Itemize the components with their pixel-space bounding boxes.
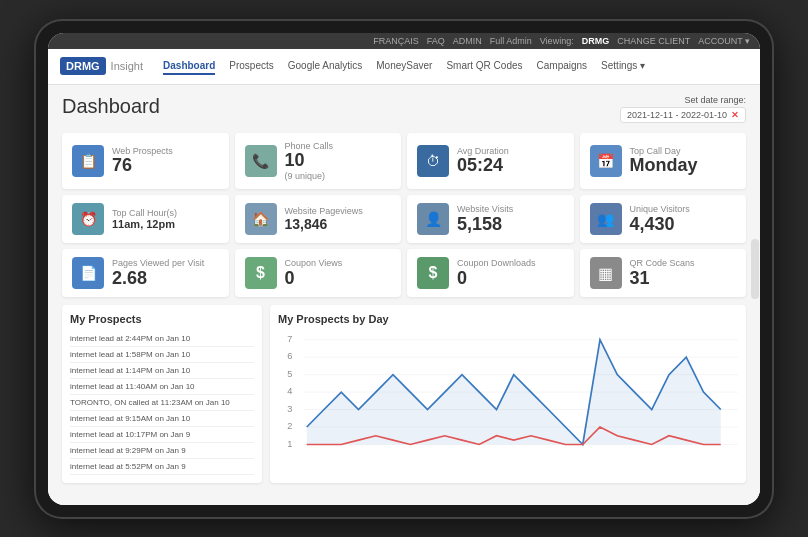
web-prospects-icon: 📋 <box>72 145 104 177</box>
stat-top-call-day: 📅 Top Call Day Monday <box>580 133 747 190</box>
website-visits-icon: 👤 <box>417 203 449 235</box>
avg-duration-value: 05:24 <box>457 156 509 176</box>
stat-pageviews: 🏠 Website Pageviews 13,846 <box>235 195 402 243</box>
nav-campaigns[interactable]: Campaigns <box>537 58 588 75</box>
date-range-value[interactable]: 2021-12-11 - 2022-01-10 ✕ <box>620 107 746 123</box>
chart-svg: 7 6 5 4 3 2 1 <box>278 331 738 451</box>
coupon-views-content: Coupon Views 0 <box>285 258 343 289</box>
stat-avg-duration: ⏱ Avg Duration 05:24 <box>407 133 574 190</box>
logo-box: DRMG <box>60 57 106 75</box>
top-call-hours-content: Top Call Hour(s) 11am, 12pm <box>112 208 177 231</box>
website-visits-content: Website Visits 5,158 <box>457 204 513 235</box>
stat-coupon-views: $ Coupon Views 0 <box>235 249 402 297</box>
prospect-item: internet lead at 9:15AM on Jan 10 <box>70 411 254 427</box>
stat-pages-per-visit: 📄 Pages Viewed per Visit 2.68 <box>62 249 229 297</box>
scroll-indicator[interactable] <box>751 239 759 299</box>
main-content: Dashboard Set date range: 2021-12-11 - 2… <box>48 85 760 505</box>
date-range-text: 2021-12-11 - 2022-01-10 <box>627 110 727 120</box>
pageviews-icon: 🏠 <box>245 203 277 235</box>
top-call-day-content: Top Call Day Monday <box>630 146 698 177</box>
prospect-item: internet lead at 10:17PM on Jan 9 <box>70 427 254 443</box>
prospect-item: internet lead at 1:14PM on Jan 10 <box>70 363 254 379</box>
prospect-item: internet lead at 9:29PM on Jan 9 <box>70 443 254 459</box>
website-visits-label: Website Visits <box>457 204 513 215</box>
full-admin-link[interactable]: Full Admin <box>490 36 532 46</box>
nav-prospects[interactable]: Prospects <box>229 58 273 75</box>
page-title: Dashboard <box>62 95 160 118</box>
viewing-label: Viewing: <box>540 36 574 46</box>
prospect-item: TORONTO, ON called at 11:23AM on Jan 10 <box>70 395 254 411</box>
pages-per-visit-value: 2.68 <box>112 269 204 289</box>
pages-per-visit-label: Pages Viewed per Visit <box>112 258 204 269</box>
pageviews-content: Website Pageviews 13,846 <box>285 206 363 232</box>
unique-visitors-value: 4,430 <box>630 215 690 235</box>
avg-duration-content: Avg Duration 05:24 <box>457 146 509 177</box>
qr-scans-value: 31 <box>630 269 695 289</box>
unique-visitors-content: Unique Visitors 4,430 <box>630 204 690 235</box>
logo-text: Insight <box>111 60 143 72</box>
date-range-section: Set date range: 2021-12-11 - 2022-01-10 … <box>620 95 746 123</box>
svg-text:2: 2 <box>287 421 292 431</box>
nav-moneysaver[interactable]: MoneySaver <box>376 58 432 75</box>
stat-web-prospects: 📋 Web Prospects 76 <box>62 133 229 190</box>
top-call-hours-label: Top Call Hour(s) <box>112 208 177 219</box>
prospect-item: internet lead at 1:58PM on Jan 10 <box>70 347 254 363</box>
nav-dashboard[interactable]: Dashboard <box>163 58 215 75</box>
svg-text:3: 3 <box>287 404 292 414</box>
website-visits-value: 5,158 <box>457 215 513 235</box>
prospects-panel: My Prospects internet lead at 2:44PM on … <box>62 305 262 483</box>
tablet-screen: FRANÇAIS FAQ ADMIN Full Admin Viewing: D… <box>48 33 760 505</box>
stat-qr-scans: ▦ QR Code Scans 31 <box>580 249 747 297</box>
nav-smart-qr[interactable]: Smart QR Codes <box>446 58 522 75</box>
pageviews-value: 13,846 <box>285 217 363 232</box>
date-range-clear[interactable]: ✕ <box>731 110 739 120</box>
chart-area: 7 6 5 4 3 2 1 <box>278 331 738 451</box>
tablet-device: FRANÇAIS FAQ ADMIN Full Admin Viewing: D… <box>34 19 774 519</box>
web-prospects-value: 76 <box>112 156 173 176</box>
bottom-section: My Prospects internet lead at 2:44PM on … <box>62 305 746 483</box>
pages-per-visit-icon: 📄 <box>72 257 104 289</box>
utility-bar: FRANÇAIS FAQ ADMIN Full Admin Viewing: D… <box>48 33 760 49</box>
stat-top-call-hours: ⏰ Top Call Hour(s) 11am, 12pm <box>62 195 229 243</box>
faq-link[interactable]: FAQ <box>427 36 445 46</box>
stats-grid: 📋 Web Prospects 76 📞 Phone Calls 10 (9 u… <box>62 133 746 298</box>
nav-settings[interactable]: Settings ▾ <box>601 58 645 75</box>
unique-visitors-icon: 👥 <box>590 203 622 235</box>
avg-duration-icon: ⏱ <box>417 145 449 177</box>
svg-text:6: 6 <box>287 352 292 362</box>
chart-title: My Prospects by Day <box>278 313 738 325</box>
dashboard-header: Dashboard Set date range: 2021-12-11 - 2… <box>62 95 746 123</box>
admin-link[interactable]: ADMIN <box>453 36 482 46</box>
nav-google-analytics[interactable]: Google Analytics <box>288 58 363 75</box>
stat-coupon-downloads: $ Coupon Downloads 0 <box>407 249 574 297</box>
phone-calls-icon: 📞 <box>245 145 277 177</box>
qr-scans-icon: ▦ <box>590 257 622 289</box>
date-range-label: Set date range: <box>620 95 746 105</box>
coupon-views-value: 0 <box>285 269 343 289</box>
logo-area: DRMG Insight <box>60 57 143 75</box>
stat-phone-calls: 📞 Phone Calls 10 (9 unique) <box>235 133 402 190</box>
phone-calls-sub: (9 unique) <box>285 171 334 181</box>
coupon-downloads-label: Coupon Downloads <box>457 258 536 269</box>
viewing-value: DRMG <box>582 36 610 46</box>
prospect-item: internet lead at 11:40AM on Jan 10 <box>70 379 254 395</box>
pages-per-visit-content: Pages Viewed per Visit 2.68 <box>112 258 204 289</box>
prospect-item: internet lead at 2:44PM on Jan 10 <box>70 331 254 347</box>
qr-scans-content: QR Code Scans 31 <box>630 258 695 289</box>
svg-text:4: 4 <box>287 387 292 397</box>
web-prospects-content: Web Prospects 76 <box>112 146 173 177</box>
account-link[interactable]: ACCOUNT ▾ <box>698 36 750 46</box>
svg-text:7: 7 <box>287 334 292 344</box>
main-nav: DRMG Insight Dashboard Prospects Google … <box>48 49 760 85</box>
svg-text:5: 5 <box>287 369 292 379</box>
top-call-day-value: Monday <box>630 156 698 176</box>
coupon-views-icon: $ <box>245 257 277 289</box>
chart-panel: My Prospects by Day 7 6 5 4 3 2 1 <box>270 305 746 483</box>
top-call-hours-icon: ⏰ <box>72 203 104 235</box>
change-client-link[interactable]: CHANGE CLIENT <box>617 36 690 46</box>
coupon-downloads-content: Coupon Downloads 0 <box>457 258 536 289</box>
coupon-downloads-icon: $ <box>417 257 449 289</box>
lang-link[interactable]: FRANÇAIS <box>373 36 419 46</box>
prospects-panel-title: My Prospects <box>70 313 254 325</box>
qr-scans-label: QR Code Scans <box>630 258 695 269</box>
